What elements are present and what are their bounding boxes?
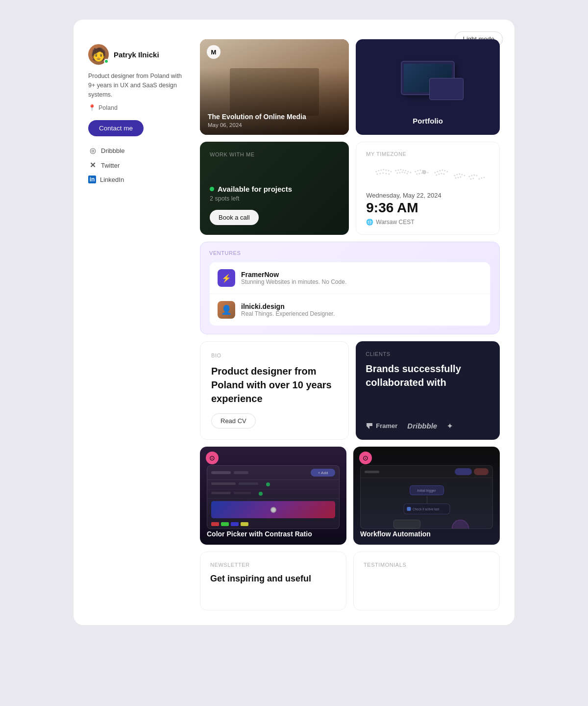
svg-point-32 (421, 172, 423, 174)
ventures-list: ⚡ FramerNow Stunning Websites in minutes… (209, 262, 490, 326)
svg-point-10 (386, 173, 387, 174)
svg-point-51 (460, 176, 462, 177)
linkedin-label: LinkedIn (100, 176, 124, 183)
venture-item-ilnicki[interactable]: 👤 ilnicki.design Real Things. Experience… (210, 294, 490, 326)
portfolio-label: Portfolio (413, 117, 443, 125)
svg-point-2 (381, 169, 382, 171)
svg-point-50 (458, 176, 459, 178)
sidebar-item-linkedin[interactable]: in LinkedIn (88, 176, 186, 183)
framernow-icon: ⚡ (218, 269, 235, 287)
slack-icon: ✦ (447, 422, 453, 430)
client-logo-framer: Framer (366, 422, 397, 430)
svg-point-19 (397, 172, 398, 174)
svg-point-14 (400, 169, 402, 170)
online-dot (104, 59, 109, 64)
svg-point-31 (419, 173, 420, 174)
blog-title: The Evolution of Online Media (208, 113, 341, 121)
svg-point-54 (474, 174, 475, 176)
timezone-date: Wednesday, May 22, 2024 (366, 192, 490, 199)
svg-point-3 (383, 169, 385, 170)
svg-point-23 (407, 173, 408, 174)
svg-point-12 (395, 170, 397, 171)
venture-ilnicki-info: ilnicki.design Real Things. Experienced … (241, 303, 335, 317)
bottom-row: NEWSLETTER Get inspiring and useful TEST… (200, 552, 500, 610)
svg-point-6 (391, 171, 392, 172)
social-list: ◎ Dribbble ✕ Twitter in LinkedIn (88, 146, 186, 183)
svg-point-15 (403, 169, 404, 171)
framer-label: Framer (376, 422, 397, 429)
testimonials-section-label: TESTIMONIALS (364, 562, 490, 568)
svg-point-57 (473, 177, 474, 179)
sidebar: 🧑 Patryk Ilnicki Product designer from P… (88, 39, 186, 610)
profile-bio: Product designer from Poland with 9+ yea… (88, 72, 186, 99)
work-section-label: WORK WITH ME (210, 151, 339, 157)
svg-point-16 (405, 170, 407, 171)
clients-card: CLIENTS Brands successfully collaborated… (356, 341, 500, 440)
svg-point-20 (399, 172, 401, 173)
svg-point-58 (479, 178, 480, 179)
newsletter-card: NEWSLETTER Get inspiring and useful (200, 552, 346, 610)
portfolio-card[interactable]: Portfolio (356, 39, 500, 135)
twitter-label: Twitter (101, 162, 120, 169)
sidebar-item-twitter[interactable]: ✕ Twitter (88, 161, 186, 170)
globe-icon: 🌐 (366, 219, 373, 226)
project2-title: Workflow Automation (360, 530, 493, 538)
dribbble-label: Dribbble (101, 147, 124, 154)
mockup-device-2 (429, 78, 464, 100)
dribbble-icon: ◎ (88, 146, 97, 155)
page-wrapper: Light mode 🧑 Patryk Ilnicki Product desi… (74, 20, 514, 625)
twitter-icon: ✕ (88, 161, 97, 170)
svg-point-36 (440, 170, 441, 171)
avatar-emoji: 🧑 (91, 48, 106, 61)
svg-point-60 (484, 176, 485, 178)
svg-point-9 (383, 172, 384, 174)
ilnicki-desc: Real Things. Experienced Designer. (241, 310, 335, 317)
green-status-dot (210, 187, 214, 191)
svg-point-7 (377, 173, 378, 175)
svg-point-18 (410, 172, 412, 173)
venture-item-framernow[interactable]: ⚡ FramerNow Stunning Websites in minutes… (210, 262, 490, 294)
mockup-device (401, 61, 455, 95)
svg-point-48 (464, 175, 466, 176)
svg-point-45 (457, 174, 458, 175)
svg-point-37 (442, 169, 443, 171)
testimonials-card: TESTIMONIALS (353, 552, 500, 610)
portfolio-mockup (356, 39, 500, 117)
project-card-workflow[interactable]: ⊙ (353, 447, 500, 545)
blog-card[interactable]: M The Evolution of Online Media May 06, … (200, 39, 349, 135)
contact-button[interactable]: Contact me (88, 120, 144, 136)
sidebar-item-dribbble[interactable]: ◎ Dribbble (88, 146, 186, 155)
svg-point-0 (376, 171, 377, 172)
dribbble-client-label: Dribbble (407, 422, 437, 430)
book-call-button[interactable]: Book a call (210, 210, 259, 225)
svg-point-40 (436, 174, 438, 176)
row-projects: ⊙ + Add (200, 447, 500, 545)
svg-point-44 (454, 175, 456, 176)
row-work-timezone: WORK WITH ME Available for projects 2 sp… (200, 142, 500, 235)
svg-point-43 (443, 173, 445, 175)
svg-point-29 (427, 172, 429, 173)
svg-point-30 (416, 173, 418, 175)
svg-point-53 (471, 175, 473, 176)
work-card[interactable]: WORK WITH ME Available for projects 2 sp… (200, 142, 349, 235)
svg-point-13 (398, 169, 399, 171)
svg-point-4 (386, 169, 387, 171)
read-cv-button[interactable]: Read CV (211, 413, 256, 429)
layout: 🧑 Patryk Ilnicki Product designer from P… (88, 39, 500, 610)
bio-text: Product designer from Poland with over 1… (211, 364, 338, 405)
framernow-name: FramerNow (241, 271, 346, 278)
svg-point-41 (439, 173, 440, 175)
available-row: Available for projects (210, 185, 339, 193)
client-logo-dribbble: Dribbble (407, 422, 437, 430)
clients-title: Brands successfully collaborated with (366, 362, 490, 413)
profile-name: Patryk Ilnicki (114, 50, 159, 59)
linkedin-icon: in (88, 176, 96, 183)
row-bio-clients: BIO Product designer from Poland with ov… (200, 341, 500, 440)
row-blog-portfolio: M The Evolution of Online Media May 06, … (200, 39, 500, 135)
svg-point-39 (447, 171, 448, 172)
project-card-colorpicker[interactable]: ⊙ + Add (200, 447, 346, 545)
svg-point-42 (441, 173, 442, 174)
svg-point-55 (476, 175, 478, 176)
newsletter-title: Get inspiring and useful (210, 573, 336, 585)
bio-card: BIO Product designer from Poland with ov… (200, 341, 349, 440)
